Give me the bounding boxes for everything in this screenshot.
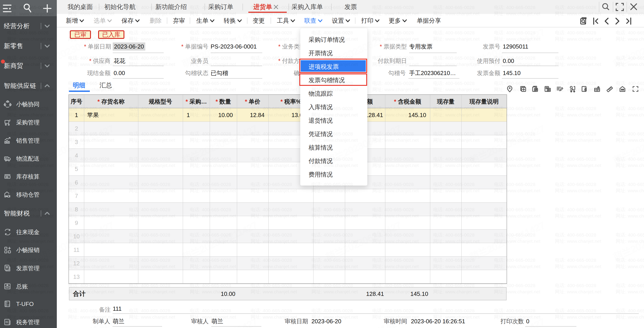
svg-text:税: 税 [6,320,8,324]
svg-text:FO: FO [7,304,10,306]
svg-text:U: U [7,301,8,304]
